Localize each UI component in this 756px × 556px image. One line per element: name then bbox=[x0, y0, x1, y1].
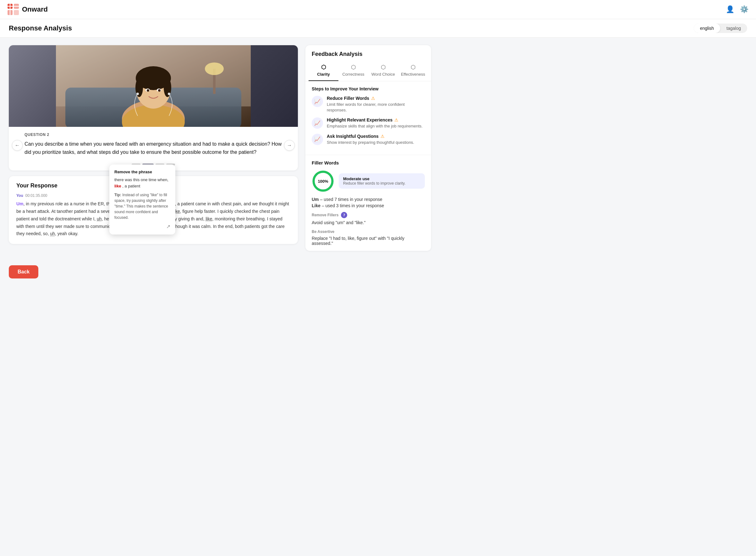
clarity-tab-label: Clarity bbox=[317, 72, 330, 77]
clarity-tab-icon: ⬡ bbox=[321, 64, 326, 71]
speaker-label: You bbox=[17, 194, 23, 198]
word-choice-tab-label: Word Choice bbox=[371, 72, 395, 77]
step-1-warn: ⚠ bbox=[371, 96, 375, 101]
feedback-panel: Feedback Analysis ⬡ Clarity ⬡ Correctnes… bbox=[305, 45, 431, 251]
svg-rect-3 bbox=[14, 10, 19, 15]
steps-section: Steps to Improve Your Interview 📈 Reduce… bbox=[305, 81, 431, 155]
svg-point-10 bbox=[205, 63, 224, 75]
tooltip-quote-after: , a patient bbox=[122, 184, 140, 188]
step-2-content: Highlight Relevant Experiences ⚠ Emphasi… bbox=[327, 117, 423, 129]
filler-uh-3[interactable]: uh bbox=[50, 231, 55, 236]
header: Onward 👤 ⚙️ bbox=[0, 0, 756, 19]
filler-like-3[interactable]: like bbox=[205, 216, 212, 221]
tooltip-quote: there was this one time when, like , a p… bbox=[114, 177, 170, 189]
back-button[interactable]: Back bbox=[9, 265, 38, 278]
moderate-desc: Reduce filler words to improve clarity. bbox=[343, 181, 420, 185]
effectiveness-tab-label: Effectiveness bbox=[401, 72, 425, 77]
filler-moderate-card: Moderate use Reduce filler words to impr… bbox=[339, 173, 425, 189]
correctness-tab-icon: ⬡ bbox=[351, 64, 356, 71]
logo: Onward bbox=[7, 4, 48, 15]
left-column: ← QUESTION 2 Can you describe a time whe… bbox=[9, 45, 298, 256]
main-layout: ← QUESTION 2 Can you describe a time whe… bbox=[0, 38, 440, 264]
step-2-icon-wrap: 📈 bbox=[312, 117, 323, 129]
step-2-icon: 📈 bbox=[314, 120, 321, 126]
tab-correctness[interactable]: ⬡ Correctness bbox=[338, 61, 368, 81]
step-1-desc: Limit filler words for clearer, more con… bbox=[327, 102, 425, 113]
question-text: Can you describe a time when you were fa… bbox=[25, 140, 282, 156]
right-column: Feedback Analysis ⬡ Clarity ⬡ Correctnes… bbox=[305, 45, 431, 256]
tooltip-link-icon[interactable]: ↗ bbox=[166, 223, 170, 230]
word-choice-tab-icon: ⬡ bbox=[381, 64, 386, 71]
step-1-icon: 📈 bbox=[314, 99, 321, 105]
bottom-bar: Back bbox=[0, 264, 756, 287]
tooltip-tip-text: Instead of using "like" to fill space, t… bbox=[114, 193, 168, 220]
svg-point-23 bbox=[168, 93, 170, 95]
moderate-title: Moderate use bbox=[343, 176, 420, 181]
filler-gauge-row: 100% Moderate use Reduce filler words to… bbox=[312, 170, 425, 193]
filler-tooltip: Remove the phrase there was this one tim… bbox=[109, 165, 175, 235]
prev-question-button[interactable]: ← bbox=[12, 140, 23, 151]
question-label: QUESTION 2 bbox=[25, 133, 282, 137]
next-question-button[interactable]: → bbox=[284, 140, 295, 151]
lang-tagalog-button[interactable]: tagalog bbox=[720, 24, 747, 33]
step-3-desc: Show interest by preparing thoughtful qu… bbox=[327, 140, 414, 145]
video-person-svg bbox=[9, 45, 298, 127]
step-1-name: Reduce Filler Words bbox=[327, 96, 369, 101]
step-2-desc: Emphasize skills that align with the job… bbox=[327, 124, 423, 129]
tab-word-choice[interactable]: ⬡ Word Choice bbox=[368, 61, 398, 81]
step-3-icon-wrap: 📈 bbox=[312, 134, 323, 145]
filler-um[interactable]: Um bbox=[17, 201, 24, 206]
step-highlight-experiences: 📈 Highlight Relevant Experiences ⚠ Empha… bbox=[312, 117, 425, 129]
settings-icon[interactable]: ⚙️ bbox=[740, 5, 749, 13]
remove-fillers-advice: Avoid using "um" and "like." bbox=[312, 220, 425, 225]
app-name: Onward bbox=[22, 5, 48, 13]
gauge-percent: 100% bbox=[318, 179, 328, 183]
step-3-warn: ⚠ bbox=[381, 134, 385, 139]
step-1-icon-wrap: 📈 bbox=[312, 96, 323, 107]
step-2-name: Highlight Relevant Experiences bbox=[327, 117, 392, 123]
steps-title: Steps to Improve Your Interview bbox=[312, 86, 425, 91]
title-bar: Response Analysis english tagalog bbox=[0, 19, 756, 38]
user-icon[interactable]: 👤 bbox=[726, 5, 734, 13]
tab-effectiveness[interactable]: ⬡ Effectiveness bbox=[398, 61, 428, 81]
svg-point-20 bbox=[147, 89, 149, 92]
um-stat: UmUm – used 7 times in your response – u… bbox=[312, 197, 425, 202]
response-card: Your Response You 00:01:35.000 Um, in my… bbox=[9, 176, 298, 244]
remove-fillers-label: Remove Fillers 7 bbox=[312, 212, 425, 218]
feedback-title: Feedback Analysis bbox=[305, 45, 431, 61]
header-icons: 👤 ⚙️ bbox=[726, 5, 749, 13]
remove-fillers-badge: 7 bbox=[341, 212, 347, 218]
svg-point-21 bbox=[158, 89, 161, 92]
filler-words-title: Filler Words bbox=[312, 160, 425, 166]
step-2-header: Highlight Relevant Experiences ⚠ bbox=[327, 117, 423, 123]
assertive-advice: Replace "I had to, like, figure out" wit… bbox=[312, 236, 425, 246]
step-3-header: Ask Insightful Questions ⚠ bbox=[327, 134, 414, 139]
filler-uh-1[interactable]: uh bbox=[97, 216, 102, 221]
tooltip-quote-before: there was this one time when, bbox=[114, 177, 168, 182]
tab-clarity[interactable]: ⬡ Clarity bbox=[308, 61, 338, 81]
step-3-icon: 📈 bbox=[314, 136, 321, 142]
step-3-name: Ask Insightful Questions bbox=[327, 134, 379, 139]
page-title: Response Analysis bbox=[9, 24, 72, 32]
correctness-tab-label: Correctness bbox=[342, 72, 364, 77]
step-3-content: Ask Insightful Questions ⚠ Show interest… bbox=[327, 134, 414, 145]
step-1-content: Reduce Filler Words ⚠ Limit filler words… bbox=[327, 96, 425, 113]
svg-point-22 bbox=[136, 93, 139, 95]
question-area: ← QUESTION 2 Can you describe a time whe… bbox=[9, 127, 298, 164]
step-1-header: Reduce Filler Words ⚠ bbox=[327, 96, 425, 101]
step-ask-questions: 📈 Ask Insightful Questions ⚠ Show intere… bbox=[312, 134, 425, 145]
tooltip-tip: Tip: Instead of using "like" to fill spa… bbox=[114, 192, 170, 220]
tooltip-footer: ↗ bbox=[114, 223, 170, 230]
tooltip-tip-label: Tip: bbox=[114, 193, 121, 197]
filler-gauge: 100% bbox=[312, 170, 334, 193]
tooltip-quote-highlight: like bbox=[114, 184, 122, 188]
tooltip-title: Remove the phrase bbox=[114, 170, 170, 174]
response-timestamp: 00:01:35.000 bbox=[25, 194, 47, 198]
be-assertive-label: Be Assertive bbox=[312, 230, 425, 234]
step-2-warn: ⚠ bbox=[394, 117, 398, 123]
logo-icon bbox=[7, 4, 19, 15]
like-stat: Like – used 3 times in your response bbox=[312, 203, 425, 208]
language-toggle: english tagalog bbox=[694, 24, 747, 33]
lang-english-button[interactable]: english bbox=[694, 24, 720, 33]
step-reduce-filler: 📈 Reduce Filler Words ⚠ Limit filler wor… bbox=[312, 96, 425, 113]
